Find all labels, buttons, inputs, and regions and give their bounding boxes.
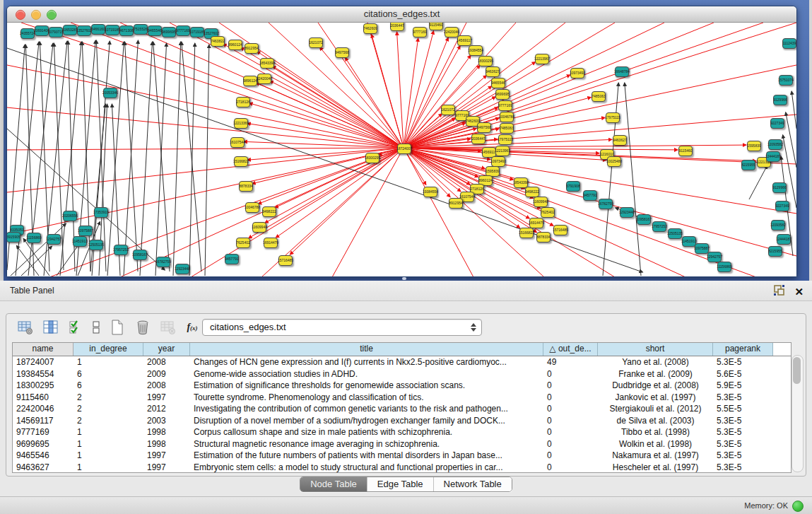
graph-node[interactable]: 10046788 [500, 112, 514, 122]
graph-node[interactable]: 11156869 [27, 233, 41, 243]
graph-node[interactable]: 1112439 [782, 38, 796, 49]
graph-node[interactable]: 3915905 [7, 232, 20, 243]
table-row[interactable]: 2242004622012Investigating the contribut… [13, 403, 791, 415]
graph-node[interactable]: 7463822 [211, 36, 225, 47]
table-row[interactable]: 1830029562008Estimation of significance … [13, 380, 791, 392]
graph-node[interactable]: 8215955 [741, 160, 755, 170]
table-row[interactable]: 977716911998Corpus callosum shape and si… [13, 426, 791, 438]
graph-node[interactable]: 17975115 [606, 112, 620, 123]
graph-node[interactable]: 7462609 [363, 23, 377, 34]
graph-node[interactable]: 12923448 [620, 207, 634, 218]
table-row[interactable]: 946362711997Embryonic stem cells: a mode… [13, 462, 791, 474]
graph-node[interactable]: 12505135 [89, 240, 103, 250]
table-row[interactable]: 969969511998Structural magnetic resonanc… [13, 438, 791, 450]
tab-network-table[interactable]: Network Table [433, 477, 512, 491]
graph-node[interactable]: 14569117 [457, 35, 471, 46]
graph-node[interactable]: 20206556 [63, 211, 77, 221]
graph-node[interactable]: 9699695 [495, 89, 510, 100]
graph-node[interactable]: 18543398 [514, 177, 528, 188]
graph-node[interactable]: 7485063 [592, 91, 606, 102]
graph-node[interactable]: 22420046 [257, 74, 271, 84]
graph-node[interactable]: 8912954 [245, 43, 259, 54]
graph-node-hub[interactable]: 18724007 [397, 144, 411, 154]
graph-node[interactable]: 11451913 [73, 236, 87, 247]
graph-node[interactable]: 16914479 [264, 238, 278, 248]
graph-node[interactable]: 24355724 [20, 28, 35, 39]
graph-node[interactable]: 13527602 [77, 25, 91, 36]
graph-node[interactable]: 9497568 [477, 122, 491, 133]
graph-node[interactable]: 8215955 [768, 246, 782, 257]
graph-node[interactable]: 16107544 [230, 137, 245, 148]
tab-edge-table[interactable]: Edge Table [367, 477, 433, 491]
graph-node[interactable]: 9227349 [770, 118, 784, 129]
scrollbar-thumb[interactable] [793, 357, 801, 384]
network-canvas[interactable]: 2435572420691406207937151065328713527602… [7, 23, 796, 277]
table-row[interactable]: 946554611997Estimation of the future num… [13, 450, 791, 462]
table-selector-dropdown[interactable]: citations_edges.txt [202, 319, 482, 336]
graph-node[interactable]: 15166822 [519, 228, 534, 238]
graph-node[interactable]: 17975115 [498, 134, 512, 145]
graph-node[interactable]: 16782759 [156, 257, 170, 267]
graph-node[interactable]: 11156869 [717, 262, 731, 272]
graph-node[interactable]: 10719185 [105, 25, 119, 35]
graph-node[interactable]: 9463627 [486, 66, 500, 77]
network-view-window[interactable]: citations_edges.txt 24355724206914062079… [6, 6, 797, 277]
graph-node[interactable]: 9115460 [429, 23, 443, 30]
graph-node[interactable]: 10958167 [637, 214, 651, 225]
table-row[interactable]: 1938455462009Genome-wide association stu… [13, 368, 791, 380]
graph-node[interactable]: 9777169 [176, 25, 190, 36]
graph-node[interactable]: 2036447 [390, 23, 404, 31]
graph-node[interactable]: 7515526 [134, 24, 148, 35]
graph-node[interactable]: 15716485 [278, 255, 293, 266]
graph-node[interactable]: 8878334 [536, 232, 551, 243]
graph-node[interactable]: 7625402 [541, 207, 555, 218]
graph-node[interactable]: 12213967 [495, 146, 510, 156]
graph-node[interactable]: 17957253 [652, 221, 666, 232]
select-column-icon[interactable] [42, 318, 60, 337]
graph-node[interactable]: 12444187 [777, 234, 791, 245]
graph-node[interactable]: 15751074 [779, 75, 793, 86]
graph-node[interactable]: 9129966 [773, 95, 787, 105]
graph-node[interactable]: 8912954 [449, 198, 463, 209]
graph-node[interactable]: 9465546 [491, 78, 505, 88]
column-header-name[interactable]: name [13, 343, 73, 356]
graph-node[interactable]: 12942757 [707, 252, 722, 262]
graph-node[interactable]: 9498222 [262, 206, 276, 217]
graph-node[interactable]: 10719185 [190, 27, 204, 37]
graph-node[interactable]: 1621072 [441, 105, 455, 115]
graph-node[interactable]: 12213967 [535, 54, 549, 64]
function-builder-icon[interactable]: f(x) [183, 318, 201, 337]
graph-node[interactable]: 15716485 [553, 225, 567, 235]
close-panel-icon[interactable]: ✕ [794, 286, 804, 298]
graph-node[interactable]: 1621072 [309, 37, 323, 48]
graph-node[interactable]: 12444187 [766, 151, 780, 162]
graph-node[interactable]: 8960124 [228, 40, 242, 50]
delete-rows-trash-icon[interactable] [134, 318, 152, 337]
graph-node[interactable]: 11451913 [682, 236, 696, 247]
graph-node[interactable]: 18300295 [478, 56, 493, 66]
graph-node[interactable]: 9777169 [413, 27, 427, 37]
graph-node[interactable]: 4671308 [119, 25, 134, 36]
column-header-in_degree[interactable]: in_degree [73, 343, 143, 356]
graph-node[interactable]: 16782759 [599, 199, 613, 209]
graph-node[interactable]: 18543398 [260, 58, 274, 69]
graph-node[interactable]: 10975887 [695, 243, 709, 254]
vertical-scrollbar[interactable] [792, 355, 804, 472]
graph-node[interactable]: 12942757 [47, 234, 61, 245]
graph-node[interactable]: 9457791 [225, 254, 239, 264]
column-header-out_degree[interactable]: △ out_de... [543, 343, 598, 356]
graph-node[interactable]: 2036447 [471, 134, 486, 144]
graph-node[interactable]: 11609948 [534, 197, 548, 207]
graph-node[interactable]: 9457791 [583, 190, 597, 201]
graph-node[interactable]: 9463627 [613, 135, 627, 146]
table-row[interactable]: 911546021997Tourette syndrome. Phenomeno… [13, 392, 791, 404]
graph-node[interactable]: 9699695 [162, 27, 176, 37]
tab-node-table[interactable]: Node Table [300, 477, 367, 491]
graph-node[interactable]: 6791908 [566, 181, 580, 192]
graph-node[interactable]: 12505135 [668, 228, 682, 239]
column-header-year[interactable]: year [143, 343, 190, 356]
graph-node[interactable]: 20053346 [103, 88, 117, 98]
memory-status-indicator-icon[interactable] [792, 501, 804, 512]
graph-node[interactable]: 20793715 [49, 27, 63, 37]
graph-node[interactable]: 9777169 [498, 100, 512, 111]
